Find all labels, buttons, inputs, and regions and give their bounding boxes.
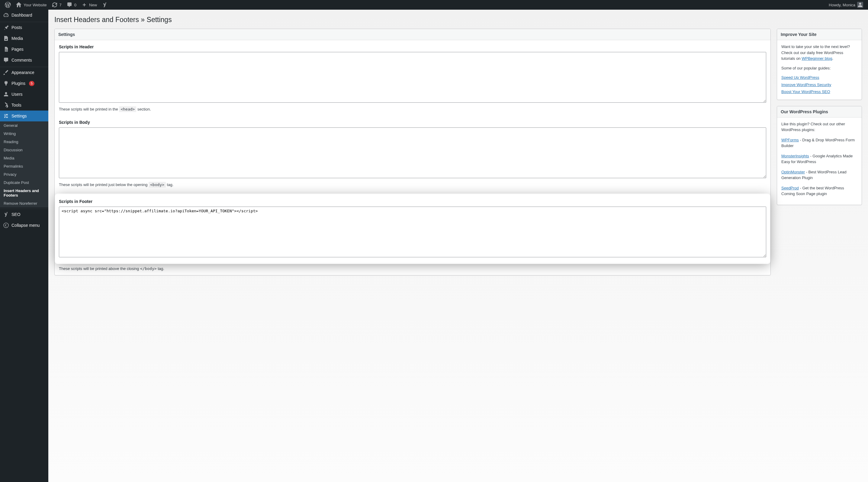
scripts-footer-help: These scripts will be printed above the …	[59, 266, 766, 272]
menu-comments[interactable]: Comments	[0, 55, 48, 66]
submenu-general[interactable]: General	[0, 121, 48, 130]
collapse-icon	[3, 222, 9, 228]
submenu-writing[interactable]: Writing	[0, 130, 48, 138]
improve-guides-intro: Some of our popular guides:	[781, 65, 858, 71]
help-code: </body>	[140, 266, 157, 271]
menu-pages[interactable]: Pages	[0, 44, 48, 55]
our-plugins-box: Our WordPress Plugins Like this plugin? …	[777, 106, 862, 205]
menu-pages-label: Pages	[11, 47, 24, 52]
menu-dashboard-label: Dashboard	[11, 13, 32, 18]
comments-icon	[3, 57, 9, 63]
menu-seo-label: SEO	[11, 212, 21, 217]
scripts-footer-textarea[interactable]	[59, 206, 766, 257]
menu-seo[interactable]: SEO	[0, 209, 48, 220]
submenu-remove-noreferrer[interactable]: Remove Noreferrer	[0, 199, 48, 207]
sliders-icon	[3, 113, 9, 119]
text: .	[832, 56, 833, 61]
settings-box-title: Settings	[55, 29, 770, 40]
admin-sidebar: Dashboard Posts Media Pages Comments App…	[0, 10, 48, 482]
our-plugins-title: Our WordPress Plugins	[777, 106, 862, 118]
menu-collapse[interactable]: Collapse menu	[0, 220, 48, 231]
my-account-link[interactable]: Howdy, Monica	[826, 0, 866, 10]
optinmonster-link[interactable]: OptinMonster	[781, 170, 805, 174]
submenu-insert-headers-footers[interactable]: Insert Headers and Footers	[0, 187, 48, 199]
new-label: New	[89, 3, 97, 7]
menu-plugins-label: Plugins	[11, 81, 25, 86]
submenu-permalinks[interactable]: Permalinks	[0, 162, 48, 170]
help-text: tag.	[166, 183, 173, 187]
guide-seo-link[interactable]: Boost Your WordPress SEO	[781, 89, 858, 95]
brush-icon	[3, 69, 9, 75]
updates-count: 7	[60, 3, 62, 7]
site-name-link[interactable]: Your Website	[13, 0, 49, 10]
plugin-item: SeedProd - Get the best WordPress Coming…	[781, 185, 858, 197]
menu-posts[interactable]: Posts	[0, 22, 48, 33]
comments-link[interactable]: 0	[64, 0, 79, 10]
help-text: These scripts will be printed above the …	[59, 266, 140, 271]
submenu-reading[interactable]: Reading	[0, 138, 48, 146]
menu-tools-label: Tools	[11, 103, 22, 107]
scripts-footer-group: Scripts in Footer	[56, 195, 769, 263]
plug-icon	[3, 80, 9, 86]
user-avatar-icon	[857, 2, 863, 8]
menu-dashboard[interactable]: Dashboard	[0, 10, 48, 21]
updates-link[interactable]: 7	[49, 0, 64, 10]
scripts-header-textarea[interactable]	[59, 52, 766, 103]
page-icon	[3, 46, 9, 52]
plus-icon	[81, 2, 87, 8]
yoast-icon	[102, 2, 108, 8]
plugin-item: MonsterInsights - Google Analytics Made …	[781, 153, 858, 165]
dashboard-icon	[3, 12, 9, 18]
menu-media[interactable]: Media	[0, 33, 48, 44]
howdy-text: Howdy, Monica	[829, 3, 855, 7]
comments-count: 0	[74, 3, 76, 7]
scripts-header-help: These scripts will be printed in the <he…	[59, 106, 766, 113]
pin-icon	[3, 25, 9, 31]
wpforms-link[interactable]: WPForms	[781, 138, 799, 142]
yoast-seo-icon	[3, 212, 9, 218]
submenu-media[interactable]: Media	[0, 154, 48, 162]
user-icon	[3, 91, 9, 97]
submenu-duplicate-post[interactable]: Duplicate Post	[0, 179, 48, 187]
settings-box: Settings Scripts in Header These scripts…	[54, 29, 771, 276]
help-text: section.	[136, 107, 151, 111]
improve-site-title: Improve Your Site	[777, 29, 862, 40]
submenu-privacy[interactable]: Privacy	[0, 170, 48, 179]
guide-security-link[interactable]: Improve WordPress Security	[781, 82, 858, 88]
scripts-body-textarea[interactable]	[59, 127, 766, 178]
admin-toolbar: Your Website 7 0 New Howdy, Monica	[0, 0, 868, 10]
menu-users[interactable]: Users	[0, 89, 48, 100]
site-name: Your Website	[24, 3, 47, 7]
plugins-count-badge: 5	[29, 81, 34, 86]
menu-appearance[interactable]: Appearance	[0, 67, 48, 78]
wpbeginner-link[interactable]: WPBeginner blog	[802, 56, 832, 61]
help-text: These scripts will be printed in the	[59, 107, 119, 111]
seedprod-link[interactable]: SeedProd	[781, 186, 799, 190]
yoast-link[interactable]	[99, 0, 110, 10]
scripts-body-group: Scripts in Body These scripts will be pr…	[59, 119, 766, 188]
menu-tools[interactable]: Tools	[0, 100, 48, 110]
scripts-body-label: Scripts in Body	[59, 119, 766, 126]
plugins-intro: Like this plugin? Check out our other Wo…	[781, 121, 858, 133]
guide-speed-link[interactable]: Speed Up WordPress	[781, 74, 858, 81]
menu-settings-label: Settings	[11, 114, 27, 118]
comment-icon	[66, 2, 72, 8]
help-code: <body>	[149, 182, 166, 188]
submenu-discussion[interactable]: Discussion	[0, 146, 48, 154]
menu-appearance-label: Appearance	[11, 70, 34, 75]
media-icon	[3, 35, 9, 41]
svg-point-0	[4, 223, 8, 228]
improve-intro: Want to take your site to the next level…	[781, 44, 858, 62]
menu-collapse-label: Collapse menu	[11, 223, 39, 228]
menu-plugins[interactable]: Plugins5	[0, 78, 48, 89]
menu-posts-label: Posts	[11, 25, 22, 30]
home-icon	[16, 2, 22, 8]
new-content-link[interactable]: New	[79, 0, 99, 10]
monsterinsights-link[interactable]: MonsterInsights	[781, 154, 809, 158]
settings-submenu: General Writing Reading Discussion Media…	[0, 121, 48, 207]
menu-settings[interactable]: Settings	[0, 110, 48, 121]
help-text: tag.	[157, 266, 164, 271]
wp-logo[interactable]	[2, 0, 13, 10]
wordpress-icon	[5, 2, 11, 8]
improve-site-box: Improve Your Site Want to take your site…	[777, 29, 862, 100]
